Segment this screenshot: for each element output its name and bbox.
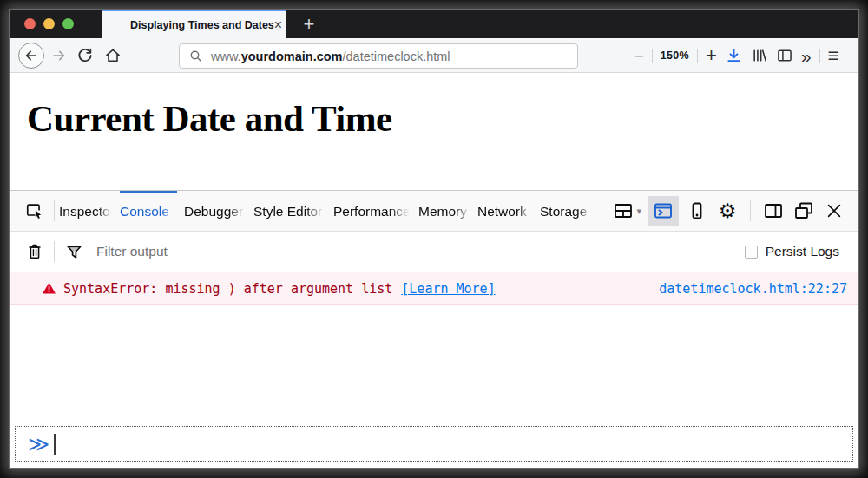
browser-tab[interactable]: Displaying Times and Dates × bbox=[102, 10, 286, 38]
trash-icon bbox=[25, 242, 44, 261]
responsive-phone-icon bbox=[687, 200, 707, 221]
persist-logs-label: Persist Logs bbox=[766, 244, 839, 259]
download-icon bbox=[725, 47, 743, 65]
tab-label: Console bbox=[120, 204, 177, 219]
zoom-in-button[interactable]: + bbox=[706, 46, 717, 65]
overflow-menu-button[interactable]: » bbox=[801, 47, 812, 65]
tab-performance[interactable]: Performance bbox=[333, 191, 411, 231]
tab-inspector[interactable]: Inspector bbox=[59, 191, 113, 231]
separate-window-button[interactable] bbox=[792, 198, 816, 224]
screenshot-frame: Displaying Times and Dates × + bbox=[0, 0, 868, 478]
tab-close-icon[interactable]: × bbox=[274, 18, 282, 32]
settings-button[interactable]: ⚙ bbox=[715, 198, 740, 224]
dock-side-icon bbox=[763, 200, 784, 221]
reload-icon bbox=[76, 47, 94, 64]
tab-label: Performance bbox=[333, 204, 411, 219]
persist-logs-control[interactable]: Persist Logs bbox=[745, 244, 839, 259]
reload-button[interactable] bbox=[74, 44, 96, 67]
separator bbox=[819, 49, 820, 63]
sidebar-icon bbox=[776, 47, 793, 64]
error-warning-icon bbox=[42, 281, 56, 296]
gear-icon: ⚙ bbox=[719, 201, 737, 221]
panes-layout-icon bbox=[613, 200, 634, 221]
zoom-out-button[interactable]: − bbox=[635, 48, 644, 64]
console-output-area[interactable] bbox=[10, 305, 858, 426]
persist-logs-checkbox[interactable] bbox=[745, 246, 758, 259]
url-text: www.yourdomain.com/datetimeclock.html bbox=[211, 49, 450, 63]
separate-window-icon bbox=[793, 200, 814, 221]
split-console-icon bbox=[653, 200, 674, 221]
clear-console-button[interactable] bbox=[20, 237, 49, 266]
error-message: SyntaxError: missing ) after argument li… bbox=[63, 281, 392, 297]
url-prefix: www. bbox=[211, 49, 241, 63]
zoom-window-button[interactable] bbox=[62, 18, 74, 29]
new-tab-button[interactable]: + bbox=[296, 11, 322, 37]
console-prompt-icon: ≫ bbox=[28, 434, 49, 455]
tab-network[interactable]: Network bbox=[477, 191, 533, 231]
minimize-window-button[interactable] bbox=[43, 18, 55, 29]
forward-button[interactable] bbox=[48, 44, 70, 67]
sidebar-button[interactable] bbox=[776, 47, 793, 64]
titlebar: Displaying Times and Dates × + bbox=[10, 10, 858, 38]
url-path: /datetimeclock.html bbox=[342, 49, 450, 63]
page-content: Current Date and Time bbox=[10, 73, 858, 190]
console-filterbar: Filter output Persist Logs bbox=[10, 232, 858, 272]
element-picker-button[interactable] bbox=[20, 196, 49, 226]
library-icon bbox=[751, 47, 768, 64]
panes-layout-button[interactable] bbox=[611, 198, 635, 224]
tab-storage[interactable]: Storage bbox=[540, 191, 592, 231]
library-button[interactable] bbox=[751, 47, 768, 64]
tab-label: Memory bbox=[418, 204, 470, 219]
separator bbox=[54, 241, 55, 262]
zoom-level-button[interactable]: 150% bbox=[661, 49, 689, 62]
separator bbox=[54, 200, 55, 221]
close-window-button[interactable] bbox=[24, 18, 36, 29]
home-icon bbox=[104, 47, 122, 64]
filter-funnel-icon bbox=[64, 242, 84, 262]
tab-label: Debugger bbox=[184, 204, 247, 219]
close-icon bbox=[825, 201, 844, 220]
tab-title: Displaying Times and Dates bbox=[130, 19, 274, 31]
console-input[interactable]: ≫ bbox=[15, 426, 853, 462]
separator bbox=[750, 200, 751, 221]
filter-output-input[interactable]: Filter output bbox=[96, 244, 745, 259]
tab-label: Inspector bbox=[59, 204, 113, 219]
element-picker-icon bbox=[25, 201, 44, 220]
browser-window: Displaying Times and Dates × + bbox=[10, 10, 858, 468]
forward-arrow-icon bbox=[50, 47, 68, 64]
separator bbox=[652, 49, 653, 63]
filter-icon-button[interactable] bbox=[64, 242, 84, 262]
responsive-design-mode-button[interactable] bbox=[685, 198, 709, 224]
devtools-tabbar: Inspector Console Debugger Style Editor … bbox=[10, 190, 858, 232]
navigation-toolbar: www.yourdomain.com/datetimeclock.html − … bbox=[10, 38, 858, 73]
text-caret bbox=[54, 434, 56, 455]
back-button[interactable] bbox=[18, 43, 44, 69]
separator bbox=[697, 49, 698, 63]
toolbar-right-controls: − 150% + » ≡ bbox=[635, 38, 839, 73]
back-arrow-icon bbox=[23, 47, 40, 64]
search-icon bbox=[188, 49, 204, 64]
tab-debugger[interactable]: Debugger bbox=[184, 191, 247, 231]
caret-down-icon[interactable]: ▾ bbox=[636, 206, 641, 217]
learn-more-link[interactable]: [Learn More] bbox=[401, 281, 495, 297]
tab-label: Style Editor bbox=[253, 204, 326, 219]
url-bar[interactable]: www.yourdomain.com/datetimeclock.html bbox=[179, 43, 578, 69]
console-error-row: SyntaxError: missing ) after argument li… bbox=[10, 272, 858, 305]
close-devtools-button[interactable] bbox=[822, 198, 846, 224]
page-heading: Current Date and Time bbox=[27, 97, 392, 140]
tab-style-editor[interactable]: Style Editor bbox=[253, 191, 326, 231]
home-button[interactable] bbox=[102, 44, 124, 67]
download-button[interactable] bbox=[725, 47, 743, 65]
devtools-toolbar-buttons: ▾ ⚙ bbox=[611, 196, 846, 226]
tab-label: Storage bbox=[540, 204, 592, 219]
dock-to-side-button[interactable] bbox=[761, 198, 786, 224]
tab-console[interactable]: Console bbox=[120, 191, 177, 231]
tab-memory[interactable]: Memory bbox=[418, 191, 470, 231]
url-domain: yourdomain.com bbox=[241, 49, 343, 63]
error-source-location[interactable]: datetimeclock.html:22:27 bbox=[659, 281, 847, 297]
tab-label: Network bbox=[477, 204, 533, 219]
split-console-button[interactable] bbox=[648, 196, 679, 226]
app-menu-button[interactable]: ≡ bbox=[828, 46, 839, 66]
